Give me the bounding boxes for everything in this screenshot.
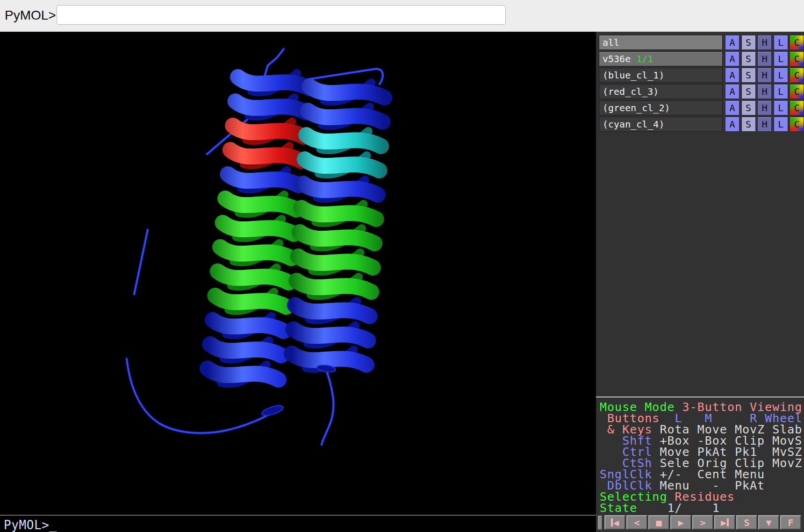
helix-right-front-band (300, 232, 374, 243)
action-button-L-red_cl_3[interactable]: L (774, 84, 788, 99)
action-button-S-all[interactable]: S (741, 35, 756, 50)
down-button[interactable]: ▼ (758, 515, 779, 530)
action-button-C-cyan_cl_4[interactable]: C (790, 117, 804, 132)
helix-left-front-band (218, 271, 289, 283)
helix-left-front-band (208, 369, 279, 380)
action-button-L-all[interactable]: L (774, 35, 788, 50)
action-button-A-all[interactable]: A (725, 35, 739, 50)
movie-bar-grip[interactable] (598, 516, 602, 530)
viewport-prompt-divider (0, 515, 596, 516)
helix-left-front-band (220, 247, 291, 258)
play-button[interactable]: ▶ (670, 515, 691, 530)
play-button-icon: ▶ (678, 518, 683, 527)
fullscreen-button[interactable]: F (780, 515, 801, 530)
rewind-button-icon: ◀ (613, 518, 619, 527)
object-name-cyan_cl_4[interactable]: (cyan_cl_4) (599, 117, 723, 132)
action-button-C-v536e[interactable]: C (790, 51, 804, 66)
action-button-H-cyan_cl_4[interactable]: H (757, 117, 772, 132)
object-row-blue_cl_1: (blue_cl_1)ASHLC (596, 68, 804, 83)
helix-right-front-band (303, 184, 378, 195)
object-name-v536e[interactable]: v536e1/1 (599, 51, 723, 66)
movie-buttons: ◀<■▶>▶S▼F (604, 515, 801, 530)
mm-text-segment: 1/ 1 (637, 501, 720, 515)
mm-text-segment: State (600, 501, 637, 515)
rewind-button[interactable]: ◀ (604, 515, 625, 530)
viewport-prompt: PyMOL>_ (4, 518, 57, 532)
viewport-3d[interactable]: PyMOL>_ (0, 32, 596, 532)
loop-tube-highlight (134, 230, 148, 294)
mouse-mode-panel: Mouse Mode 3-Button Viewing Buttons L M … (600, 402, 804, 514)
command-input[interactable] (57, 5, 506, 25)
stop-button-icon: ■ (656, 518, 661, 527)
action-button-L-green_cl_2[interactable]: L (774, 100, 788, 115)
action-button-A-blue_cl_1[interactable]: A (725, 68, 739, 83)
action-button-C-red_cl_3[interactable]: C (790, 84, 804, 99)
step-back-button[interactable]: < (626, 515, 647, 530)
helix-right-front-band (305, 159, 380, 170)
object-row-cyan_cl_4: (cyan_cl_4)ASHLC (596, 117, 804, 132)
step-back-button-icon: < (634, 518, 639, 527)
object-name-red_cl_3[interactable]: (red_cl_3) (599, 84, 723, 99)
action-button-C-all[interactable]: C (790, 35, 804, 50)
scene-button[interactable]: S (736, 515, 757, 530)
object-name-green_cl_2[interactable]: (green_cl_2) (599, 100, 723, 115)
protein-cartoon[interactable] (0, 32, 596, 532)
action-button-S-green_cl_2[interactable]: S (741, 100, 756, 115)
object-row-red_cl_3: (red_cl_3)ASHLC (596, 84, 804, 99)
action-button-S-cyan_cl_4[interactable]: S (741, 117, 756, 132)
helix-left-front-band (233, 126, 304, 137)
helix-right-front-band (295, 305, 370, 316)
helix-left-front-band (210, 344, 281, 355)
fast-forward-button[interactable]: ▶ (714, 515, 735, 530)
object-name-blue_cl_1[interactable]: (blue_cl_1) (599, 68, 723, 83)
helix-left-front-band (225, 199, 296, 210)
action-button-L-blue_cl_1[interactable]: L (774, 68, 788, 83)
action-button-H-all[interactable]: H (757, 35, 772, 50)
action-button-A-cyan_cl_4[interactable]: A (725, 117, 739, 132)
helix-right-front-band (302, 208, 376, 219)
step-forward-button-icon: > (700, 518, 705, 527)
helix-left-front-band (213, 320, 284, 331)
bar-glyph (727, 518, 729, 526)
action-button-L-cyan_cl_4[interactable]: L (774, 117, 788, 132)
action-button-L-v536e[interactable]: L (774, 51, 788, 66)
helix-left-front-band (215, 296, 286, 307)
stop-button[interactable]: ■ (648, 515, 669, 530)
helix-left-front-band (223, 223, 294, 234)
helix-right-front-band (309, 86, 384, 98)
object-name-all[interactable]: all (599, 35, 723, 50)
helix-right-front-band (308, 111, 383, 122)
mouse-panel-divider (596, 397, 804, 397)
helix-left-front-band (236, 101, 307, 113)
action-button-H-blue_cl_1[interactable]: H (757, 68, 772, 83)
object-row-all: allASHLC (596, 35, 804, 50)
movie-control-bar: ◀<■▶>▶S▼F (596, 514, 804, 532)
helix-left-front-band (230, 150, 302, 161)
helix-right-front-band (298, 256, 373, 268)
ribbon-end-cap (261, 404, 285, 418)
helix-left-front-band (228, 174, 299, 185)
step-forward-button[interactable]: > (692, 515, 713, 530)
fullscreen-button-icon: F (788, 518, 793, 527)
action-button-C-blue_cl_1[interactable]: C (790, 68, 804, 83)
action-button-A-red_cl_3[interactable]: A (725, 84, 739, 99)
action-button-H-green_cl_2[interactable]: H (757, 100, 772, 115)
loop-tube (322, 373, 333, 445)
action-button-S-v536e[interactable]: S (741, 51, 756, 66)
helix-right-front-band (306, 135, 381, 146)
bar-glyph (611, 518, 613, 526)
action-button-H-v536e[interactable]: H (757, 51, 772, 66)
action-button-A-green_cl_2[interactable]: A (725, 100, 739, 115)
action-button-A-v536e[interactable]: A (725, 51, 739, 66)
action-button-H-red_cl_3[interactable]: H (757, 84, 772, 99)
down-button-icon: ▼ (766, 518, 771, 527)
helix-right-front-band (296, 281, 371, 292)
action-button-S-red_cl_3[interactable]: S (741, 84, 756, 99)
action-button-S-blue_cl_1[interactable]: S (741, 68, 756, 83)
state-toggle[interactable]: State 1/ 1 (600, 503, 804, 514)
command-prompt-label: PyMOL> (5, 0, 56, 32)
helix-right-front-band (292, 354, 366, 365)
action-button-C-green_cl_2[interactable]: C (790, 100, 804, 115)
fast-forward-button-icon: ▶ (721, 518, 726, 527)
loop-tube-highlight (322, 373, 333, 445)
